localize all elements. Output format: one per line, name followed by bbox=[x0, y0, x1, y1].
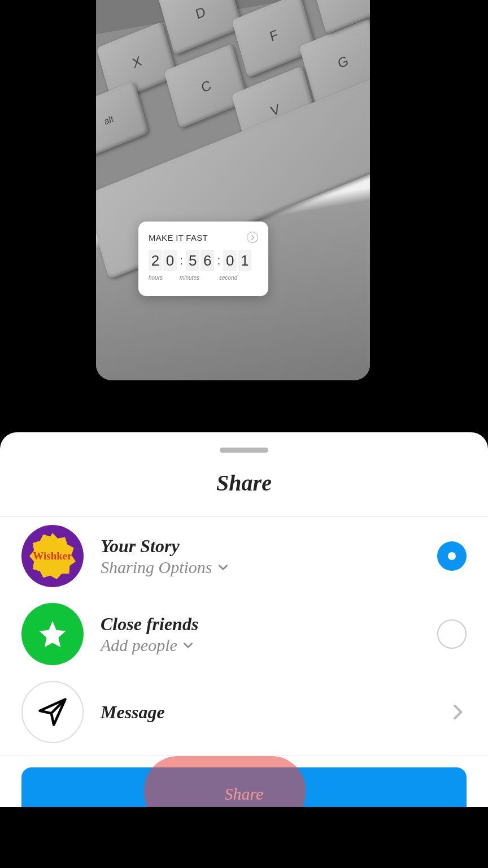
drag-handle[interactable] bbox=[220, 448, 268, 453]
bottom-bar bbox=[0, 807, 488, 868]
sharing-options-dropdown[interactable]: Sharing Options bbox=[101, 558, 420, 577]
your-story-avatar: Wishker bbox=[21, 525, 84, 587]
sheet-title: Share bbox=[0, 470, 488, 517]
close-friends-radio[interactable] bbox=[437, 619, 467, 649]
your-story-radio[interactable] bbox=[437, 541, 467, 571]
your-story-title: Your Story bbox=[101, 536, 420, 557]
your-story-row[interactable]: Wishker Your Story Sharing Options bbox=[0, 517, 488, 595]
chevron-right-icon bbox=[448, 703, 467, 721]
minutes-digit-1: 5 bbox=[186, 250, 199, 271]
close-friends-row[interactable]: Close friends Add people bbox=[0, 595, 488, 673]
hours-digit-2: 0 bbox=[163, 250, 177, 271]
chevron-down-icon bbox=[182, 639, 194, 652]
message-avatar bbox=[21, 681, 84, 743]
share-sheet: Share Wishker Your Story Sharing Options… bbox=[0, 432, 488, 868]
story-preview[interactable]: D F G T X C V B alt bbox=[96, 0, 370, 380]
add-people-dropdown[interactable]: Add people bbox=[101, 636, 420, 655]
star-icon bbox=[37, 618, 68, 650]
minutes-label: minutes bbox=[180, 275, 219, 281]
countdown-sticker[interactable]: MAKE IT FAST 2 0 : 5 6 : 0 1 hours minut… bbox=[138, 222, 268, 296]
close-friends-avatar bbox=[21, 603, 84, 665]
chevron-down-icon bbox=[217, 561, 229, 574]
hours-digit-1: 2 bbox=[149, 250, 162, 271]
message-row[interactable]: Message bbox=[0, 673, 488, 751]
message-title: Message bbox=[101, 702, 432, 723]
send-icon bbox=[37, 697, 68, 727]
avatar-text: Wishker bbox=[33, 550, 72, 562]
hours-label: hours bbox=[149, 275, 180, 281]
close-friends-title: Close friends bbox=[101, 614, 420, 635]
seconds-digit-1: 0 bbox=[223, 250, 237, 271]
seconds-label: second bbox=[219, 275, 250, 281]
keyboard-photo: D F G T X C V B alt bbox=[96, 0, 370, 380]
countdown-digits: 2 0 : 5 6 : 0 1 bbox=[149, 250, 258, 271]
countdown-title: MAKE IT FAST bbox=[149, 233, 208, 242]
minutes-digit-2: 6 bbox=[201, 250, 214, 271]
seconds-digit-2: 1 bbox=[238, 250, 251, 271]
sticker-arrow-icon[interactable] bbox=[247, 232, 258, 243]
